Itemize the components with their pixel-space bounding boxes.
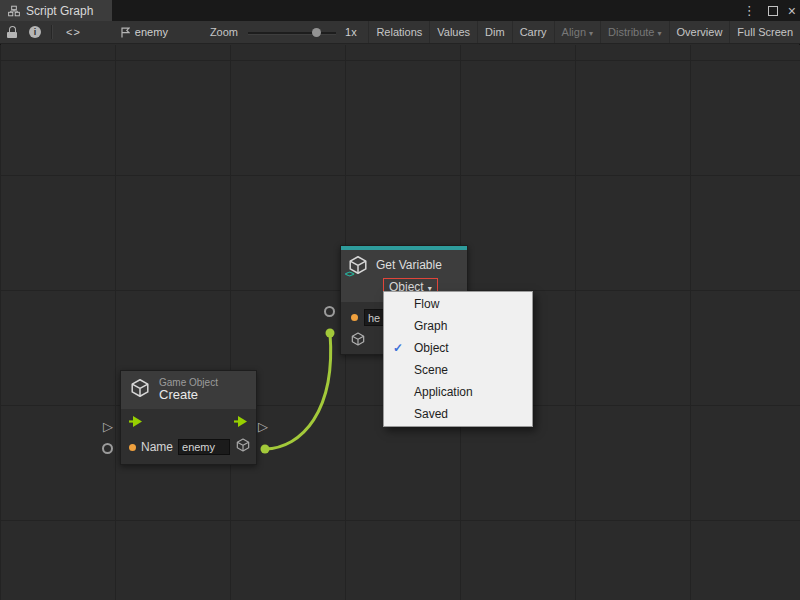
- toolbar-separator: [51, 25, 53, 39]
- menu-item-application[interactable]: Application: [384, 381, 532, 403]
- gameobject-type-icon: [350, 331, 366, 351]
- menu-item-saved[interactable]: Saved: [384, 403, 532, 425]
- name-input[interactable]: [178, 439, 230, 455]
- lock-icon[interactable]: [7, 26, 18, 38]
- fullscreen-button[interactable]: Full Screen: [729, 21, 800, 43]
- zoom-label: Zoom: [210, 26, 238, 38]
- create-node-header: Game Object Create: [121, 371, 256, 409]
- graph-icon: [8, 5, 20, 17]
- chevron-down-icon: ▾: [589, 29, 593, 38]
- tab-title: Script Graph: [26, 4, 93, 18]
- values-button[interactable]: Values: [429, 21, 477, 43]
- create-output-port[interactable]: [261, 445, 270, 454]
- menu-item-object[interactable]: ✓ Object: [384, 337, 532, 359]
- window-titlebar: Script Graph ⋮ ×: [0, 0, 800, 21]
- graph-name-label: enemy: [135, 26, 168, 38]
- graph-toolbar: i <> enemy Zoom 1x Relations Values Dim …: [0, 21, 800, 44]
- close-icon[interactable]: ×: [788, 4, 796, 18]
- menu-item-flow[interactable]: Flow: [384, 293, 532, 315]
- flow-in-port[interactable]: ▷: [103, 420, 113, 433]
- graph-flag-icon: [121, 27, 130, 38]
- check-icon: ✓: [393, 341, 414, 355]
- connection-wire: [265, 333, 331, 449]
- flow-out-port[interactable]: ▷: [258, 420, 268, 433]
- node-title: Get Variable: [376, 258, 442, 272]
- name-input-port[interactable]: [102, 443, 113, 454]
- relations-button[interactable]: Relations: [368, 21, 429, 43]
- node-title: Create: [159, 388, 218, 403]
- game-object-create-node[interactable]: Game Object Create Name: [120, 370, 257, 465]
- toolbar-buttons: Relations Values Dim Carry Align ▾ Distr…: [368, 21, 800, 43]
- gameobject-cube-icon: [129, 377, 151, 403]
- name-label: Name: [141, 440, 173, 454]
- dim-button[interactable]: Dim: [477, 21, 512, 43]
- tab-script-graph[interactable]: Script Graph: [0, 0, 112, 21]
- zoom-slider-handle[interactable]: [312, 28, 321, 37]
- zoom-slider-track[interactable]: [248, 32, 336, 35]
- flow-out-arrow-icon: [234, 414, 248, 432]
- value-port-dot-icon: [351, 314, 358, 321]
- window-controls: ⋮ ×: [741, 0, 796, 21]
- menu-dots-icon[interactable]: ⋮: [741, 4, 758, 17]
- scope-dropdown-menu: Flow Graph ✓ Object Scene Application Sa…: [383, 291, 533, 427]
- code-view-icon[interactable]: <>: [66, 26, 81, 38]
- overview-button[interactable]: Overview: [669, 21, 730, 43]
- zoom-value: 1x: [345, 26, 357, 38]
- flow-in-arrow-icon: [129, 414, 143, 432]
- script-graph-window: Script Graph ⋮ × i <> enemy Zoom 1x Rela…: [0, 0, 800, 600]
- graph-canvas[interactable]: <> Get Variable Object ▾ he: [0, 45, 800, 600]
- carry-button[interactable]: Carry: [512, 21, 554, 43]
- menu-item-graph[interactable]: Graph: [384, 315, 532, 337]
- code-badge-icon: <>: [345, 269, 354, 279]
- get-variable-object-port[interactable]: [326, 329, 335, 338]
- zoom-slider[interactable]: [248, 28, 336, 37]
- name-port-dot-icon: [129, 444, 136, 451]
- chevron-down-icon: ▾: [658, 29, 662, 38]
- maximize-icon[interactable]: [768, 6, 778, 16]
- menu-item-scene[interactable]: Scene: [384, 359, 532, 381]
- gameobject-output-icon: [235, 437, 251, 457]
- get-variable-name-port[interactable]: [324, 306, 335, 317]
- align-button[interactable]: Align ▾: [554, 21, 600, 43]
- distribute-button[interactable]: Distribute ▾: [600, 21, 668, 43]
- variable-cube-icon: <>: [347, 254, 369, 276]
- info-icon[interactable]: i: [29, 26, 41, 38]
- create-node-body: Name: [121, 409, 256, 464]
